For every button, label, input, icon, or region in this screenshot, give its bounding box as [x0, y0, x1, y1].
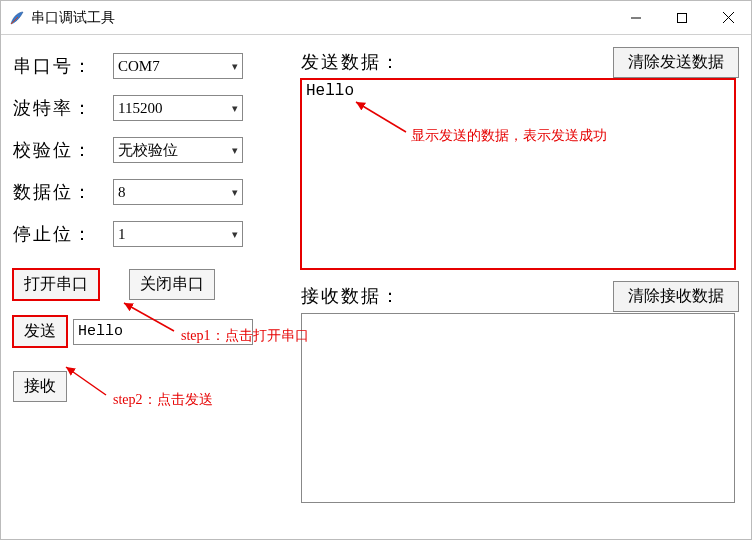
clear-recv-button[interactable]: 清除接收数据	[613, 281, 739, 312]
baud-combo[interactable]: 115200 ▾	[113, 95, 243, 121]
data-panel: 发送数据： 清除发送数据 Hello 接收数据： 清除接收数据	[301, 45, 739, 503]
chevron-down-icon: ▾	[232, 186, 238, 199]
stopbits-value: 1	[118, 226, 126, 243]
databits-label: 数据位：	[13, 180, 113, 204]
stopbits-label: 停止位：	[13, 222, 113, 246]
open-port-button[interactable]: 打开串口	[13, 269, 99, 300]
send-section-label: 发送数据：	[301, 50, 401, 74]
chevron-down-icon: ▾	[232, 102, 238, 115]
clear-send-button[interactable]: 清除发送数据	[613, 47, 739, 78]
window-controls	[613, 1, 751, 34]
chevron-down-icon: ▾	[232, 144, 238, 157]
svg-rect-1	[678, 13, 687, 22]
parity-value: 无校验位	[118, 141, 178, 160]
parity-label: 校验位：	[13, 138, 113, 162]
parity-combo[interactable]: 无校验位 ▾	[113, 137, 243, 163]
recv-display[interactable]	[301, 313, 735, 503]
databits-value: 8	[118, 184, 126, 201]
window-title: 串口调试工具	[31, 9, 115, 27]
recv-section-label: 接收数据：	[301, 284, 401, 308]
databits-combo[interactable]: 8 ▾	[113, 179, 243, 205]
port-label: 串口号：	[13, 54, 113, 78]
minimize-button[interactable]	[613, 1, 659, 34]
send-input[interactable]	[73, 319, 253, 345]
stopbits-combo[interactable]: 1 ▾	[113, 221, 243, 247]
port-value: COM7	[118, 58, 160, 75]
close-button[interactable]	[705, 1, 751, 34]
recv-button[interactable]: 接收	[13, 371, 67, 402]
titlebar: 串口调试工具	[1, 1, 751, 35]
baud-label: 波特率：	[13, 96, 113, 120]
chevron-down-icon: ▾	[232, 228, 238, 241]
baud-value: 115200	[118, 100, 162, 117]
port-combo[interactable]: COM7 ▾	[113, 53, 243, 79]
send-display[interactable]: Hello	[301, 79, 735, 269]
app-icon	[9, 10, 25, 26]
config-panel: 串口号： COM7 ▾ 波特率： 115200 ▾ 校验位： 无校验位 ▾ 数据…	[13, 45, 293, 402]
maximize-button[interactable]	[659, 1, 705, 34]
send-button[interactable]: 发送	[13, 316, 67, 347]
close-port-button[interactable]: 关闭串口	[129, 269, 215, 300]
chevron-down-icon: ▾	[232, 60, 238, 73]
